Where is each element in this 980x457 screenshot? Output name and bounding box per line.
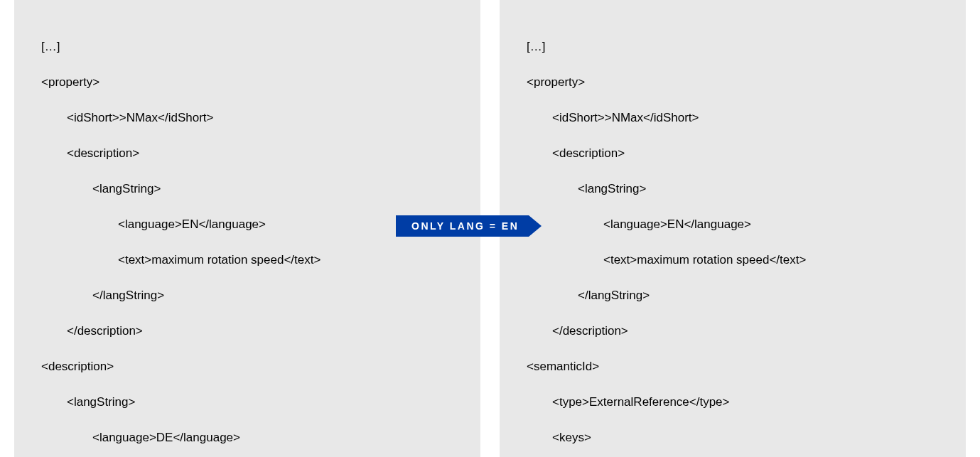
- code-line: <text>maximum rotation speed</text>: [527, 251, 939, 269]
- code-line: </description>: [41, 322, 453, 340]
- code-line: <type>ExternalReference</type>: [527, 393, 939, 411]
- code-line: <description>: [41, 357, 453, 375]
- code-line: <property>: [527, 73, 939, 91]
- code-line: <langString>: [527, 180, 939, 198]
- code-line: <keys>: [527, 429, 939, 446]
- code-line: <langString>: [41, 393, 453, 411]
- arrow-right-icon: [529, 215, 542, 237]
- right-code-block: […] <property> <idShort>>NMax</idShort> …: [527, 20, 939, 457]
- code-line: </description>: [527, 322, 939, 340]
- code-line: […]: [527, 38, 939, 55]
- code-line: </langString>: [41, 286, 453, 304]
- code-line: <langString>: [41, 180, 453, 198]
- code-line: <idShort>>NMax</idShort>: [527, 109, 939, 127]
- code-line: <idShort>>NMax</idShort>: [41, 109, 453, 127]
- code-line: </langString>: [527, 286, 939, 304]
- code-line: <property>: [41, 73, 453, 91]
- code-line: <description>: [41, 144, 453, 162]
- filter-arrow: ONLY LANG = EN: [396, 215, 542, 237]
- code-line: <language>DE</language>: [41, 429, 453, 446]
- code-line: […]: [41, 38, 453, 55]
- code-line: <semanticId>: [527, 357, 939, 375]
- code-line: <text>maximum rotation speed</text>: [41, 251, 453, 269]
- code-line: <description>: [527, 144, 939, 162]
- right-code-panel: […] <property> <idShort>>NMax</idShort> …: [500, 0, 966, 457]
- code-line: <language>EN</language>: [41, 215, 453, 233]
- filter-arrow-label: ONLY LANG = EN: [396, 215, 529, 237]
- left-code-block: […] <property> <idShort>>NMax</idShort> …: [41, 20, 453, 457]
- code-line: <language>EN</language>: [527, 215, 939, 233]
